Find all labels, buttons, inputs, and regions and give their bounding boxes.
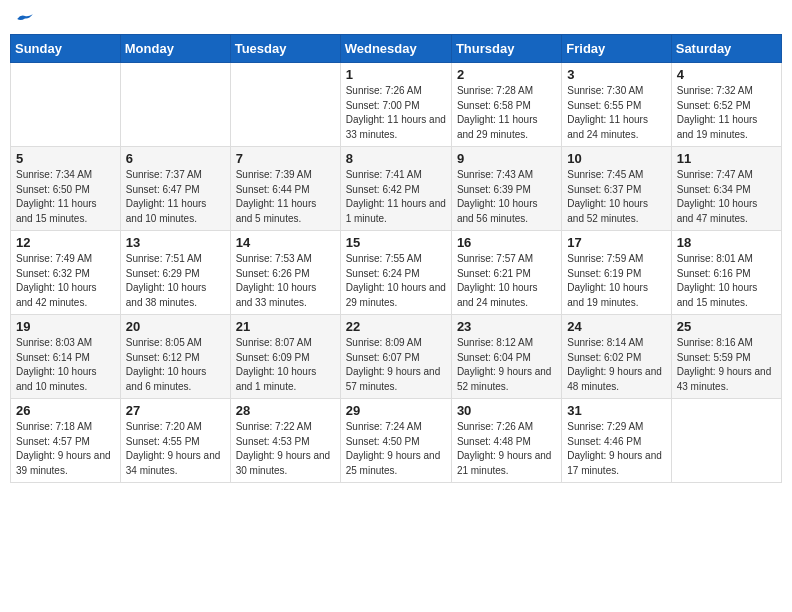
calendar-cell: 21Sunrise: 8:07 AM Sunset: 6:09 PM Dayli… bbox=[230, 315, 340, 399]
calendar-cell: 12Sunrise: 7:49 AM Sunset: 6:32 PM Dayli… bbox=[11, 231, 121, 315]
day-info: Sunrise: 7:29 AM Sunset: 4:46 PM Dayligh… bbox=[567, 420, 665, 478]
day-number: 30 bbox=[457, 403, 556, 418]
calendar-cell: 25Sunrise: 8:16 AM Sunset: 5:59 PM Dayli… bbox=[671, 315, 781, 399]
logo bbox=[14, 10, 34, 28]
day-number: 22 bbox=[346, 319, 446, 334]
day-number: 16 bbox=[457, 235, 556, 250]
calendar-cell: 26Sunrise: 7:18 AM Sunset: 4:57 PM Dayli… bbox=[11, 399, 121, 483]
day-number: 26 bbox=[16, 403, 115, 418]
day-number: 24 bbox=[567, 319, 665, 334]
day-number: 14 bbox=[236, 235, 335, 250]
day-number: 10 bbox=[567, 151, 665, 166]
day-number: 13 bbox=[126, 235, 225, 250]
day-number: 21 bbox=[236, 319, 335, 334]
day-info: Sunrise: 7:51 AM Sunset: 6:29 PM Dayligh… bbox=[126, 252, 225, 310]
day-number: 23 bbox=[457, 319, 556, 334]
day-info: Sunrise: 8:16 AM Sunset: 5:59 PM Dayligh… bbox=[677, 336, 776, 394]
day-number: 19 bbox=[16, 319, 115, 334]
calendar-cell: 11Sunrise: 7:47 AM Sunset: 6:34 PM Dayli… bbox=[671, 147, 781, 231]
day-number: 15 bbox=[346, 235, 446, 250]
day-info: Sunrise: 7:18 AM Sunset: 4:57 PM Dayligh… bbox=[16, 420, 115, 478]
weekday-header: Sunday bbox=[11, 35, 121, 63]
day-info: Sunrise: 7:28 AM Sunset: 6:58 PM Dayligh… bbox=[457, 84, 556, 142]
day-number: 6 bbox=[126, 151, 225, 166]
logo-bird-icon bbox=[16, 10, 34, 28]
day-number: 5 bbox=[16, 151, 115, 166]
calendar-table: SundayMondayTuesdayWednesdayThursdayFrid… bbox=[10, 34, 782, 483]
calendar-cell: 7Sunrise: 7:39 AM Sunset: 6:44 PM Daylig… bbox=[230, 147, 340, 231]
day-number: 1 bbox=[346, 67, 446, 82]
calendar-header-row: SundayMondayTuesdayWednesdayThursdayFrid… bbox=[11, 35, 782, 63]
calendar-cell bbox=[230, 63, 340, 147]
calendar-cell: 5Sunrise: 7:34 AM Sunset: 6:50 PM Daylig… bbox=[11, 147, 121, 231]
day-info: Sunrise: 8:14 AM Sunset: 6:02 PM Dayligh… bbox=[567, 336, 665, 394]
day-info: Sunrise: 7:26 AM Sunset: 7:00 PM Dayligh… bbox=[346, 84, 446, 142]
page-header bbox=[10, 10, 782, 28]
weekday-header: Monday bbox=[120, 35, 230, 63]
day-number: 18 bbox=[677, 235, 776, 250]
day-number: 17 bbox=[567, 235, 665, 250]
day-number: 27 bbox=[126, 403, 225, 418]
day-info: Sunrise: 8:03 AM Sunset: 6:14 PM Dayligh… bbox=[16, 336, 115, 394]
day-info: Sunrise: 8:01 AM Sunset: 6:16 PM Dayligh… bbox=[677, 252, 776, 310]
calendar-cell: 19Sunrise: 8:03 AM Sunset: 6:14 PM Dayli… bbox=[11, 315, 121, 399]
calendar-cell: 10Sunrise: 7:45 AM Sunset: 6:37 PM Dayli… bbox=[562, 147, 671, 231]
day-info: Sunrise: 7:24 AM Sunset: 4:50 PM Dayligh… bbox=[346, 420, 446, 478]
day-info: Sunrise: 7:59 AM Sunset: 6:19 PM Dayligh… bbox=[567, 252, 665, 310]
day-info: Sunrise: 8:07 AM Sunset: 6:09 PM Dayligh… bbox=[236, 336, 335, 394]
day-info: Sunrise: 7:41 AM Sunset: 6:42 PM Dayligh… bbox=[346, 168, 446, 226]
day-info: Sunrise: 8:05 AM Sunset: 6:12 PM Dayligh… bbox=[126, 336, 225, 394]
calendar-cell: 27Sunrise: 7:20 AM Sunset: 4:55 PM Dayli… bbox=[120, 399, 230, 483]
day-info: Sunrise: 7:39 AM Sunset: 6:44 PM Dayligh… bbox=[236, 168, 335, 226]
day-info: Sunrise: 7:26 AM Sunset: 4:48 PM Dayligh… bbox=[457, 420, 556, 478]
day-info: Sunrise: 7:37 AM Sunset: 6:47 PM Dayligh… bbox=[126, 168, 225, 226]
calendar-week-row: 5Sunrise: 7:34 AM Sunset: 6:50 PM Daylig… bbox=[11, 147, 782, 231]
day-number: 25 bbox=[677, 319, 776, 334]
day-number: 7 bbox=[236, 151, 335, 166]
day-number: 11 bbox=[677, 151, 776, 166]
calendar-cell: 2Sunrise: 7:28 AM Sunset: 6:58 PM Daylig… bbox=[451, 63, 561, 147]
day-number: 31 bbox=[567, 403, 665, 418]
calendar-week-row: 1Sunrise: 7:26 AM Sunset: 7:00 PM Daylig… bbox=[11, 63, 782, 147]
weekday-header: Tuesday bbox=[230, 35, 340, 63]
day-info: Sunrise: 7:55 AM Sunset: 6:24 PM Dayligh… bbox=[346, 252, 446, 310]
day-info: Sunrise: 7:53 AM Sunset: 6:26 PM Dayligh… bbox=[236, 252, 335, 310]
calendar-cell: 18Sunrise: 8:01 AM Sunset: 6:16 PM Dayli… bbox=[671, 231, 781, 315]
day-info: Sunrise: 8:12 AM Sunset: 6:04 PM Dayligh… bbox=[457, 336, 556, 394]
day-info: Sunrise: 7:30 AM Sunset: 6:55 PM Dayligh… bbox=[567, 84, 665, 142]
weekday-header: Wednesday bbox=[340, 35, 451, 63]
day-info: Sunrise: 7:34 AM Sunset: 6:50 PM Dayligh… bbox=[16, 168, 115, 226]
calendar-cell: 28Sunrise: 7:22 AM Sunset: 4:53 PM Dayli… bbox=[230, 399, 340, 483]
calendar-cell bbox=[671, 399, 781, 483]
calendar-cell: 16Sunrise: 7:57 AM Sunset: 6:21 PM Dayli… bbox=[451, 231, 561, 315]
calendar-cell: 24Sunrise: 8:14 AM Sunset: 6:02 PM Dayli… bbox=[562, 315, 671, 399]
calendar-cell: 31Sunrise: 7:29 AM Sunset: 4:46 PM Dayli… bbox=[562, 399, 671, 483]
day-info: Sunrise: 7:49 AM Sunset: 6:32 PM Dayligh… bbox=[16, 252, 115, 310]
calendar-cell: 6Sunrise: 7:37 AM Sunset: 6:47 PM Daylig… bbox=[120, 147, 230, 231]
day-number: 20 bbox=[126, 319, 225, 334]
weekday-header: Thursday bbox=[451, 35, 561, 63]
day-info: Sunrise: 7:20 AM Sunset: 4:55 PM Dayligh… bbox=[126, 420, 225, 478]
day-info: Sunrise: 7:57 AM Sunset: 6:21 PM Dayligh… bbox=[457, 252, 556, 310]
day-info: Sunrise: 8:09 AM Sunset: 6:07 PM Dayligh… bbox=[346, 336, 446, 394]
day-number: 29 bbox=[346, 403, 446, 418]
calendar-cell: 4Sunrise: 7:32 AM Sunset: 6:52 PM Daylig… bbox=[671, 63, 781, 147]
day-info: Sunrise: 7:47 AM Sunset: 6:34 PM Dayligh… bbox=[677, 168, 776, 226]
day-number: 28 bbox=[236, 403, 335, 418]
calendar-cell: 1Sunrise: 7:26 AM Sunset: 7:00 PM Daylig… bbox=[340, 63, 451, 147]
calendar-week-row: 19Sunrise: 8:03 AM Sunset: 6:14 PM Dayli… bbox=[11, 315, 782, 399]
weekday-header: Friday bbox=[562, 35, 671, 63]
calendar-cell bbox=[120, 63, 230, 147]
day-number: 3 bbox=[567, 67, 665, 82]
calendar-cell: 17Sunrise: 7:59 AM Sunset: 6:19 PM Dayli… bbox=[562, 231, 671, 315]
calendar-cell: 20Sunrise: 8:05 AM Sunset: 6:12 PM Dayli… bbox=[120, 315, 230, 399]
calendar-cell: 23Sunrise: 8:12 AM Sunset: 6:04 PM Dayli… bbox=[451, 315, 561, 399]
calendar-week-row: 26Sunrise: 7:18 AM Sunset: 4:57 PM Dayli… bbox=[11, 399, 782, 483]
calendar-cell: 29Sunrise: 7:24 AM Sunset: 4:50 PM Dayli… bbox=[340, 399, 451, 483]
calendar-cell: 14Sunrise: 7:53 AM Sunset: 6:26 PM Dayli… bbox=[230, 231, 340, 315]
calendar-cell: 9Sunrise: 7:43 AM Sunset: 6:39 PM Daylig… bbox=[451, 147, 561, 231]
calendar-cell: 13Sunrise: 7:51 AM Sunset: 6:29 PM Dayli… bbox=[120, 231, 230, 315]
day-info: Sunrise: 7:32 AM Sunset: 6:52 PM Dayligh… bbox=[677, 84, 776, 142]
day-number: 2 bbox=[457, 67, 556, 82]
weekday-header: Saturday bbox=[671, 35, 781, 63]
